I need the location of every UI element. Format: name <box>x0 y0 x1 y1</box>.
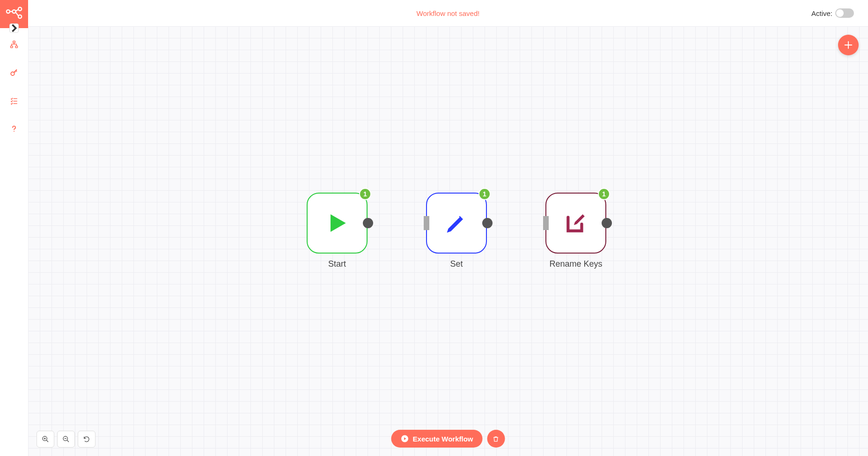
workflow-graph: 1 Start 1 Set 1 Rename Keys <box>28 26 868 456</box>
pencil-icon <box>445 211 468 235</box>
sidebar-item-credentials[interactable] <box>0 61 28 84</box>
zoom-in-icon <box>42 435 49 443</box>
edit-square-icon <box>564 211 588 235</box>
workflow-canvas[interactable]: 1 Start 1 Set 1 Rename Keys <box>28 26 868 456</box>
app-logo[interactable] <box>0 0 28 28</box>
header: Workflow not saved! Active: <box>28 0 868 26</box>
output-port[interactable] <box>363 218 373 228</box>
svg-point-1 <box>12 10 15 13</box>
play-icon <box>324 210 350 236</box>
node-label: Set <box>450 259 463 269</box>
key-icon <box>10 68 18 77</box>
node-badge: 1 <box>598 188 610 200</box>
zoom-out-icon <box>62 435 70 443</box>
output-port[interactable] <box>602 218 612 228</box>
execute-workflow-button[interactable]: Execute Workflow <box>391 430 483 448</box>
node-badge: 1 <box>478 188 491 200</box>
execute-area: Execute Workflow <box>391 430 505 448</box>
svg-point-2 <box>18 7 22 11</box>
node-label: Start <box>328 259 346 269</box>
active-label: Active: <box>811 9 832 17</box>
node-start[interactable]: 1 Start <box>307 193 368 254</box>
clear-execution-button[interactable] <box>487 430 505 448</box>
trash-icon <box>493 435 500 442</box>
svg-point-11 <box>14 131 15 132</box>
svg-rect-7 <box>13 41 15 43</box>
sidebar <box>0 0 28 456</box>
svg-line-5 <box>16 9 18 11</box>
execute-label: Execute Workflow <box>413 435 473 443</box>
add-node-button[interactable] <box>838 35 859 55</box>
active-toggle-area: Active: <box>811 8 854 18</box>
expand-sidebar-button[interactable] <box>9 23 19 33</box>
node-rename-keys[interactable]: 1 Rename Keys <box>545 193 606 254</box>
svg-point-3 <box>18 15 22 18</box>
sidebar-item-executions[interactable] <box>0 89 28 112</box>
active-toggle[interactable] <box>835 8 854 18</box>
save-warning: Workflow not saved! <box>417 9 480 17</box>
svg-line-17 <box>67 440 69 442</box>
question-icon <box>10 125 18 133</box>
svg-line-6 <box>16 12 18 15</box>
zoom-in-button[interactable] <box>37 431 54 448</box>
plus-icon <box>843 40 853 50</box>
undo-icon <box>83 435 90 443</box>
input-port[interactable] <box>543 216 549 230</box>
svg-rect-8 <box>11 46 13 48</box>
node-label: Rename Keys <box>549 259 602 269</box>
zoom-out-button[interactable] <box>57 431 75 448</box>
list-check-icon <box>10 97 18 105</box>
output-port[interactable] <box>482 218 493 228</box>
workflows-icon <box>10 40 18 49</box>
svg-point-0 <box>7 10 10 13</box>
sidebar-item-help[interactable] <box>0 117 28 141</box>
play-circle-icon <box>401 434 409 443</box>
zoom-reset-button[interactable] <box>78 431 96 448</box>
node-set[interactable]: 1 Set <box>426 193 487 254</box>
svg-line-13 <box>46 440 48 442</box>
chevron-right-icon <box>10 20 18 37</box>
zoom-controls <box>37 431 96 448</box>
svg-rect-9 <box>15 46 18 48</box>
node-badge: 1 <box>359 188 371 200</box>
input-port[interactable] <box>424 216 429 230</box>
